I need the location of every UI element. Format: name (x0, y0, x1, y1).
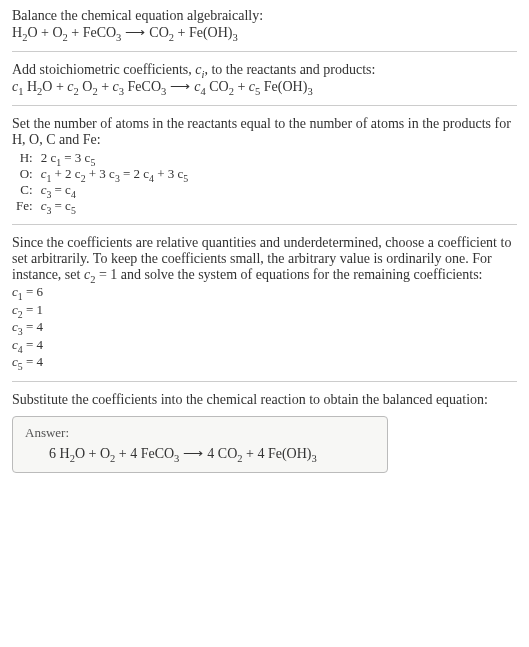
equation-cell: c1 + 2 c2 + 3 c3 = 2 c4 + 3 c5 (37, 166, 193, 182)
divider (12, 381, 517, 382)
txt: CO (149, 25, 168, 40)
element-label: Fe: (12, 198, 37, 214)
coeff-line: c5 = 4 (12, 353, 517, 371)
txt: 6 H (49, 446, 70, 461)
sub: 3 (233, 32, 238, 43)
txt: H (12, 25, 22, 40)
txt: , to the reactants and products: (204, 62, 375, 77)
s: 5 (71, 205, 76, 216)
v: = 4 (23, 319, 43, 334)
arrow-icon: ⟶ (121, 24, 149, 41)
txt: Substitute the coefficients into the che… (12, 392, 488, 407)
answer-label: Answer: (25, 425, 375, 441)
equation-cell: c3 = c4 (37, 182, 193, 198)
txt: 4 CO (207, 446, 237, 461)
unbalanced-equation: H2O + O2 + FeCO3 ⟶ CO2 + Fe(OH)3 (12, 25, 238, 40)
t: = 2 c (120, 166, 149, 181)
t: + 3 c (86, 166, 115, 181)
txt: H (23, 79, 37, 94)
txt: + 4 FeCO (115, 446, 174, 461)
t: + 3 c (154, 166, 183, 181)
coeff-line: c4 = 4 (12, 336, 517, 354)
txt: O + (42, 79, 67, 94)
t: = c (51, 182, 71, 197)
txt: + (234, 79, 249, 94)
prompt-line1: Balance the chemical equation algebraica… (12, 8, 263, 23)
atom-balance: Set the number of atoms in the reactants… (12, 116, 517, 214)
divider (12, 105, 517, 106)
txt: O (79, 79, 93, 94)
solved-coeffs: c1 = 6 c2 = 1 c3 = 4 c4 = 4 c5 = 4 (12, 283, 517, 371)
coeff-line: c2 = 1 (12, 301, 517, 319)
coeff-line: c3 = 4 (12, 318, 517, 336)
txt: CO (206, 79, 229, 94)
txt: + FeCO (68, 25, 116, 40)
sub: 3 (312, 453, 317, 464)
element-label: O: (12, 166, 37, 182)
balanced-equation: 6 H2O + O2 + 4 FeCO3 ⟶ 4 CO2 + 4 Fe(OH)3 (25, 445, 375, 462)
table-row: H: 2 c1 = 3 c5 (12, 150, 192, 166)
table-row: C: c3 = c4 (12, 182, 192, 198)
s: 5 (183, 173, 188, 184)
v: = 4 (23, 354, 43, 369)
txt: + 4 Fe(OH) (243, 446, 312, 461)
answer-box: Answer: 6 H2O + O2 + 4 FeCO3 ⟶ 4 CO2 + 4… (12, 416, 388, 473)
t: = c (51, 198, 71, 213)
t: 2 c (41, 150, 57, 165)
arrow-icon: ⟶ (166, 78, 194, 95)
txt: O + O (75, 446, 110, 461)
choose-coeff: Since the coefficients are relative quan… (12, 235, 517, 371)
equation-cell: 2 c1 = 3 c5 (37, 150, 193, 166)
atom-table: H: 2 c1 = 3 c5 O: c1 + 2 c2 + 3 c3 = 2 c… (12, 150, 192, 214)
element-label: H: (12, 150, 37, 166)
txt: Add stoichiometric coefficients, (12, 62, 195, 77)
divider (12, 51, 517, 52)
coeff-line: c1 = 6 (12, 283, 517, 301)
v: = 1 (23, 302, 43, 317)
txt: + Fe(OH) (174, 25, 232, 40)
atoms-intro: Set the number of atoms in the reactants… (12, 116, 511, 147)
sub: 3 (307, 86, 312, 97)
arrow-icon: ⟶ (179, 445, 207, 462)
stoich-intro: Add stoichiometric coefficients, ci, to … (12, 62, 517, 95)
substitute-text: Substitute the coefficients into the che… (12, 392, 517, 408)
txt: = 1 and solve the system of equations fo… (95, 267, 482, 282)
element-label: C: (12, 182, 37, 198)
divider (12, 224, 517, 225)
v: = 6 (23, 284, 43, 299)
v: = 4 (23, 337, 43, 352)
txt: FeCO (124, 79, 161, 94)
coeff-equation: c1 H2O + c2 O2 + c3 FeCO3 ⟶ c4 CO2 + c5 … (12, 79, 313, 94)
t: = 3 c (61, 150, 90, 165)
equation-cell: c3 = c5 (37, 198, 193, 214)
txt: Fe(OH) (260, 79, 307, 94)
table-row: O: c1 + 2 c2 + 3 c3 = 2 c4 + 3 c5 (12, 166, 192, 182)
txt: O + O (27, 25, 62, 40)
table-row: Fe: c3 = c5 (12, 198, 192, 214)
t: + 2 c (51, 166, 80, 181)
prompt-header: Balance the chemical equation algebraica… (12, 8, 517, 41)
txt: + (98, 79, 113, 94)
